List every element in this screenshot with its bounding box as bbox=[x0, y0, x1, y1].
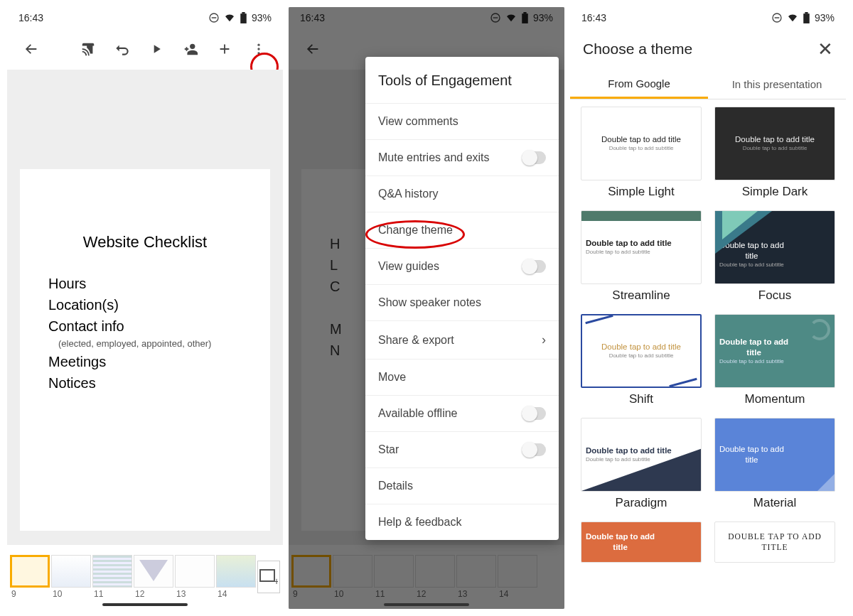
menu-details[interactable]: Details bbox=[365, 468, 559, 504]
thumb-12[interactable]: 12 bbox=[134, 555, 173, 599]
back-button[interactable] bbox=[14, 32, 48, 66]
menu-view-comments[interactable]: View comments bbox=[365, 103, 559, 139]
phone-screen-2: 16:43 93% HLCMN 9 10 11 12 13 14 Tools o… bbox=[289, 7, 564, 609]
theme-paradigm[interactable]: Double tap to add titleDouble tap to add… bbox=[580, 418, 702, 510]
theme-handwritten[interactable]: DOUBLE TAP TO ADD TITLE bbox=[714, 522, 836, 563]
close-button[interactable]: ✕ bbox=[817, 38, 833, 60]
menu-title: Tools of Engagement bbox=[365, 57, 559, 103]
svg-rect-16 bbox=[803, 13, 810, 23]
menu-mute-entries[interactable]: Mute entries and exits bbox=[365, 139, 559, 175]
share-people-button[interactable] bbox=[173, 32, 208, 66]
theme-material[interactable]: Double tap to addtitle Material bbox=[714, 418, 836, 510]
svg-point-5 bbox=[257, 44, 259, 46]
toggle-icon[interactable] bbox=[522, 151, 546, 164]
add-button[interactable] bbox=[208, 32, 242, 66]
phone-screen-3: 16:43 93% Choose a theme ✕ From Google I… bbox=[570, 7, 846, 609]
slide-text: Hours Location(s) Contact info (elected,… bbox=[48, 273, 242, 394]
theme-header: Choose a theme ✕ bbox=[570, 28, 846, 70]
more-button[interactable] bbox=[242, 32, 276, 66]
menu-speaker-notes[interactable]: Show speaker notes bbox=[365, 284, 559, 320]
overflow-menu: Tools of Engagement View comments Mute e… bbox=[365, 57, 559, 540]
slide-thumbnails: 9 10 11 12 13 14 + bbox=[7, 545, 283, 609]
wifi-icon bbox=[787, 12, 798, 23]
status-bar: 16:43 93% bbox=[570, 7, 846, 28]
menu-star[interactable]: Star bbox=[365, 431, 559, 468]
theme-shift[interactable]: Double tap to add titleDouble tap to add… bbox=[580, 314, 702, 406]
menu-available-offline[interactable]: Available offline bbox=[365, 395, 559, 431]
current-slide[interactable]: Website Checklist Hours Location(s) Cont… bbox=[20, 169, 270, 531]
svg-rect-3 bbox=[242, 12, 245, 13]
status-time: 16:43 bbox=[18, 12, 43, 23]
toggle-icon[interactable] bbox=[522, 260, 546, 273]
slide-title: Website Checklist bbox=[48, 233, 242, 252]
toggle-icon[interactable] bbox=[522, 443, 546, 456]
toggle-icon[interactable] bbox=[522, 407, 546, 420]
menu-help-feedback[interactable]: Help & feedback bbox=[365, 504, 559, 540]
theme-tabs: From Google In this presentation bbox=[570, 70, 846, 99]
svg-point-6 bbox=[257, 48, 259, 50]
tab-in-presentation[interactable]: In this presentation bbox=[708, 70, 846, 99]
present-button[interactable] bbox=[139, 32, 173, 66]
theme-streamline[interactable]: Double tap to add titleDouble tap to add… bbox=[580, 210, 702, 303]
dnd-icon bbox=[208, 12, 220, 23]
menu-move[interactable]: Move bbox=[365, 359, 559, 395]
wifi-icon bbox=[224, 12, 235, 23]
menu-view-guides[interactable]: View guides bbox=[365, 248, 559, 284]
toolbar bbox=[7, 28, 283, 70]
theme-simple-dark[interactable]: Double tap to add titleDouble tap to add… bbox=[714, 107, 836, 199]
home-indicator bbox=[384, 603, 469, 606]
battery-level: 93% bbox=[252, 12, 272, 23]
thumb-10[interactable]: 10 bbox=[51, 555, 91, 599]
editor-canvas[interactable]: Website Checklist Hours Location(s) Cont… bbox=[7, 70, 283, 545]
svg-point-4 bbox=[190, 44, 195, 49]
tab-from-google[interactable]: From Google bbox=[570, 70, 708, 99]
theme-simple-light[interactable]: Double tap to add titleDouble tap to add… bbox=[580, 107, 702, 199]
thumb-14[interactable]: 14 bbox=[216, 555, 256, 599]
battery-icon bbox=[240, 12, 247, 24]
chevron-right-icon: › bbox=[542, 333, 546, 347]
svg-rect-17 bbox=[805, 12, 808, 13]
menu-change-theme[interactable]: Change theme bbox=[365, 212, 559, 248]
undo-button[interactable] bbox=[105, 32, 139, 66]
theme-grid: Double tap to add titleDouble tap to add… bbox=[570, 99, 846, 609]
menu-qa-history[interactable]: Q&A history bbox=[365, 175, 559, 212]
status-bar: 16:43 93% bbox=[7, 7, 283, 28]
menu-share-export[interactable]: Share & export› bbox=[365, 320, 559, 359]
battery-level: 93% bbox=[815, 12, 835, 23]
svg-rect-2 bbox=[240, 13, 247, 23]
phone-screen-1: 16:43 93% Website Checklist Hours Locati… bbox=[7, 7, 283, 609]
home-indicator bbox=[102, 603, 188, 606]
page-title: Choose a theme bbox=[583, 40, 692, 58]
thumb-13[interactable]: 13 bbox=[175, 555, 215, 599]
status-time: 16:43 bbox=[581, 12, 606, 23]
add-slide-button[interactable]: + bbox=[257, 561, 280, 593]
theme-focus[interactable]: Double tap to addtitleDouble tap to add … bbox=[714, 210, 836, 303]
dnd-icon bbox=[771, 12, 783, 23]
thumb-9[interactable]: 9 bbox=[10, 555, 50, 599]
cast-button[interactable] bbox=[71, 32, 105, 66]
svg-rect-8 bbox=[260, 570, 274, 581]
theme-momentum[interactable]: Double tap to addtitleDouble tap to add … bbox=[714, 314, 836, 406]
battery-icon bbox=[803, 12, 810, 24]
theme-swiss[interactable]: Double tap to addtitle bbox=[580, 522, 702, 563]
thumb-11[interactable]: 11 bbox=[92, 555, 132, 599]
svg-text:+: + bbox=[274, 576, 278, 585]
svg-point-7 bbox=[257, 52, 259, 54]
